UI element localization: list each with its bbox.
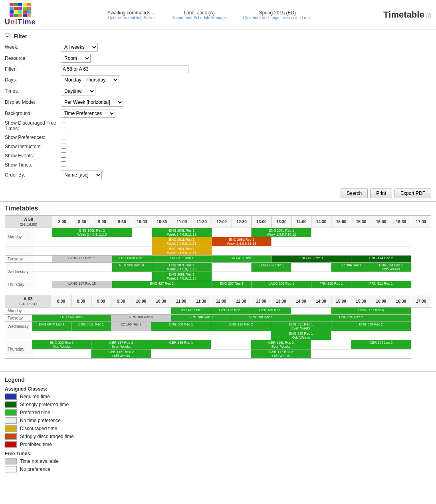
a58-tue-lang117[interactable]: LANG 117 Rec 11: [52, 256, 112, 263]
a63-wed-eng330[interactable]: ENG 330 Rec 1Odd Weeks: [271, 331, 331, 340]
a63-thu-eng330-2[interactable]: ENG 330 Rec 2Odd Weeks: [32, 340, 91, 349]
a58-monday-row1: Monday ENG 105L Rec 2Week 2,4,6,9,11,13 …: [5, 228, 431, 237]
background-select[interactable]: Time Preferences: [61, 109, 115, 118]
header-title-area: Timetable ⓘ: [383, 10, 431, 20]
a63-wed-eng339[interactable]: ENG 339 Rec 2: [331, 322, 411, 331]
a63-tue-frn108-3[interactable]: FRN 108 Rec 3: [171, 315, 231, 322]
show-instructors-control: [61, 143, 66, 150]
a58-wed-eng207l[interactable]: ENG 207L Rec 1Week 2,4,5,9,11,13: [152, 263, 212, 272]
export-pdf-button[interactable]: Export PDF: [394, 189, 431, 198]
a63-mon-ger415[interactable]: GER 415 Lec 1: [171, 308, 211, 315]
a63-wed-eng604x[interactable]: ENG 604X Lab 1: [32, 322, 71, 331]
show-discouraged-checkbox[interactable]: [61, 123, 66, 128]
a63-time-900: 9:00: [91, 295, 111, 308]
header-session-col[interactable]: Spring 2015 (ED) Click here to change th…: [243, 10, 312, 20]
a63-tue-frn108-4[interactable]: FRN 108 Rec 4: [111, 315, 171, 322]
a58-tue-eng414[interactable]: ENG 414 Rec 2: [351, 256, 411, 263]
search-button[interactable]: Search: [341, 189, 368, 198]
strongly-preferred-color: [5, 401, 17, 408]
a63-thu-ger135[interactable]: GER 135 Rec 1: [151, 340, 211, 349]
legend-prohibited: Prohibited time: [5, 441, 431, 448]
a58-mon-empty2: [212, 228, 252, 237]
a63-wed-eng116[interactable]: ENG 116 Rec 2: [211, 322, 271, 331]
a58-mon-eng201l[interactable]: ENG 201L Rec 1Week 2,4,5,9,11,13: [152, 237, 212, 246]
a58-mon-eng203l[interactable]: ENG 203L Rec 1Week 2,4,6,9,11,13: [152, 228, 212, 237]
a63-thu-ger116l[interactable]: GER 116L Rec 2Even Weeks: [251, 340, 311, 349]
a58-thu-frn511[interactable]: FRN 511 Rec 1: [351, 281, 411, 288]
show-times-checkbox[interactable]: [61, 161, 66, 167]
help-icon[interactable]: ⓘ: [426, 12, 431, 19]
a63-tue-eng249[interactable]: ENG 249 Rec 2: [32, 315, 111, 322]
a63-thu-ger117-2[interactable]: GER 117 Rec 2Odd Weeks: [251, 349, 311, 359]
a63-wed-cz165[interactable]: CZ 165 Rec 2: [111, 322, 151, 331]
show-preferences-checkbox[interactable]: [61, 134, 66, 139]
filter-input[interactable]: [61, 65, 188, 73]
a58-thu-lang117[interactable]: LANG 117 Rec 15: [52, 281, 112, 288]
strongly-discouraged-color: [5, 433, 17, 440]
days-control: Monday - Thursday: [61, 75, 119, 84]
filter-row-show-preferences: Show Preferences:: [5, 134, 431, 141]
a63-thu-ger117-3[interactable]: GER 117 Rec 3Even Weeks: [91, 340, 151, 349]
filter-row-order-by: Order By: Name [asc]: [5, 171, 431, 179]
a58-thu-eng427[interactable]: ENG 427 Rec 2: [112, 281, 212, 288]
show-instructors-checkbox[interactable]: [61, 143, 66, 149]
a58-thu-frn510[interactable]: FRN 510 Rec 1: [311, 281, 351, 288]
time-900: 9:00: [92, 216, 112, 228]
a63-wed-eng305l[interactable]: ENG 305L Rec 1: [71, 322, 111, 331]
week-select[interactable]: All weeks: [61, 43, 98, 52]
a63-tue-eng315[interactable]: ENG 315 Rec 2: [291, 315, 411, 322]
a58-thu-eng237[interactable]: ENG 237 Rec 1: [212, 281, 252, 288]
filter-collapse-button[interactable]: −: [5, 34, 10, 39]
logo[interactable]: UniTime: [5, 3, 36, 26]
time-1530: 15:30: [351, 216, 371, 228]
a63-thu2-empty1: [32, 349, 91, 359]
a58-wed-eng334[interactable]: ENG 334 Rec 1Odd Weeks: [371, 263, 411, 272]
a58-monday-row2: ENG 201L Rec 1Week 2,4,5,9,11,13 ENG 205…: [5, 237, 431, 246]
background-control: Time Preferences: [61, 109, 115, 118]
a63-mon-ger412[interactable]: GER 412 Rec 1: [211, 308, 251, 315]
a58-mon-eng105l-rec1[interactable]: ENG 105L Rec 1Week 1,3,5,7,10,12: [252, 228, 311, 237]
required-color: [5, 393, 17, 400]
order-by-select[interactable]: Name [asc]: [61, 171, 102, 179]
days-select[interactable]: Monday - Thursday: [61, 75, 119, 84]
a58-mon-eng202l[interactable]: ENG 202L Rec 1Week 2,4,6,9,11,13: [152, 246, 212, 256]
prohibited-color: [5, 441, 17, 448]
resource-select[interactable]: Room: [61, 54, 91, 63]
a63-monday-row: Monday GER 415 Lec 1 GER 412 Rec 1 GER 1…: [5, 308, 431, 315]
a58-tue-eng602x[interactable]: ENG 602X Rec 1: [112, 256, 152, 263]
a58-wed2-empty3: [212, 272, 411, 281]
display-mode-select[interactable]: Per Week [horizontal]: [61, 98, 123, 107]
a63-thu-empty2: [311, 340, 351, 349]
free-no-preference-label: No preference: [20, 466, 50, 472]
a58-mon-eng105l-rec2[interactable]: ENG 105L Rec 2Week 2,4,6,9,11,13: [52, 228, 132, 237]
a63-thu-ger118l[interactable]: GER 118L Rec 2Odd Weeks: [91, 349, 151, 359]
a63-wed-eng308[interactable]: ENG 308 Rec 1: [151, 322, 211, 331]
a58-wed2-empty2: [112, 272, 152, 281]
room-a63-table: A 63(24, 13,51) 8:00 8:30 9:00 9:30 10:0…: [5, 295, 431, 359]
order-by-control: Name [asc]: [61, 171, 102, 179]
a58-tue-eng416-1[interactable]: ENG 416 Rec 1: [272, 256, 351, 263]
time-800: 8:00: [52, 216, 72, 228]
show-events-checkbox[interactable]: [61, 152, 66, 158]
a58-mon3-empty1: [52, 246, 132, 256]
a63-tue-frn108-1[interactable]: FRN 108 Rec 1: [231, 315, 291, 322]
a63-wed-eng331[interactable]: ENG 331 Rec 1Even Weeks: [271, 322, 331, 331]
times-select[interactable]: Daytime: [61, 87, 95, 95]
a58-wed-ped206[interactable]: PED 206 Rec 31: [112, 263, 152, 272]
filter-title: − Filter: [5, 33, 431, 40]
a58-wed-empty3: [291, 263, 331, 272]
a58-mon-eng205l[interactable]: ENG 205L Rec 1Week 2,4,6,9,11,13: [212, 237, 272, 246]
a58-thu-lang201[interactable]: LANG 201 Rec 1: [252, 281, 311, 288]
print-button[interactable]: Print: [370, 189, 392, 198]
time-1100: 11:00: [172, 216, 192, 228]
a63-mon-ger136[interactable]: GER 136 Rec 1: [251, 308, 291, 315]
a58-tue-eng311[interactable]: ENG 311 Rec 1: [152, 256, 212, 263]
a58-tue-eng416-2[interactable]: ENG 416 Rec 2: [212, 256, 272, 263]
a58-wed-lang407[interactable]: LANG 407 Rec 6: [252, 263, 291, 272]
a63-mon-lang117[interactable]: LANG 117 Rec 6: [331, 308, 411, 315]
a58-mon2-730: [32, 237, 52, 246]
a63-thu-ger124[interactable]: GER 124 Lec 2: [351, 340, 411, 349]
time-1230: 12:30: [232, 216, 252, 228]
a58-wed-eng208l[interactable]: ENG 208L Rec 1Week 2,4,6,9,11,13: [152, 272, 212, 281]
a58-wed-cz306[interactable]: CZ 306 Rec 1: [331, 263, 371, 272]
